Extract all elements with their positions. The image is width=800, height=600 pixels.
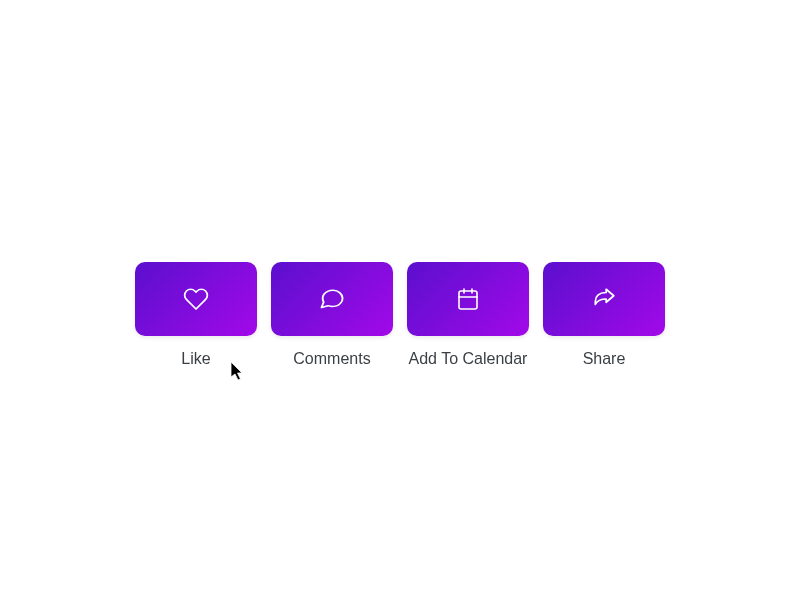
like-button[interactable] <box>135 262 257 336</box>
comments-label: Comments <box>293 350 370 368</box>
like-label: Like <box>181 350 210 368</box>
comments-button[interactable] <box>271 262 393 336</box>
calendar-icon <box>454 285 482 313</box>
share-button[interactable] <box>543 262 665 336</box>
share-icon <box>590 285 618 313</box>
comments-group: Comments <box>271 262 393 368</box>
comment-icon <box>318 285 346 313</box>
share-group: Share <box>543 262 665 368</box>
add-to-calendar-group: Add To Calendar <box>407 262 529 368</box>
svg-rect-0 <box>459 291 477 309</box>
like-group: Like <box>135 262 257 368</box>
add-to-calendar-button[interactable] <box>407 262 529 336</box>
action-button-row: Like Comments Add To Calendar <box>135 262 665 368</box>
add-to-calendar-label: Add To Calendar <box>409 350 528 368</box>
share-label: Share <box>583 350 626 368</box>
heart-icon <box>182 285 210 313</box>
